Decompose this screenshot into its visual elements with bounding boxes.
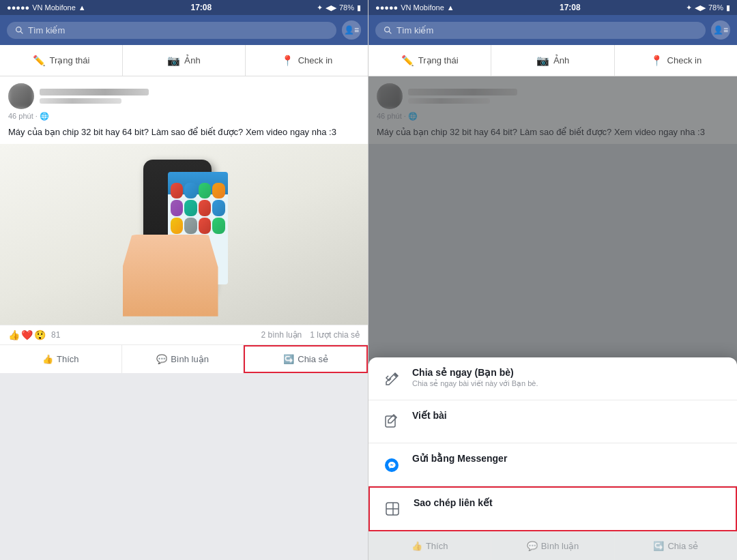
- action-anh-left[interactable]: 📷 Ảnh: [123, 45, 246, 76]
- reaction-stats: 2 bình luận 1 lượt chia sẻ: [261, 330, 360, 340]
- action-checkin-right[interactable]: 📍 Check in: [615, 45, 737, 76]
- carrier-name: VN Mobifone: [32, 3, 76, 12]
- action-trang-thai-right[interactable]: ✏️ Trạng thái: [369, 45, 491, 76]
- right-panel: ●●●●● VN Mobifone ▲ 17:08 ✦ ◀▶ 78% ▮ Tìm…: [369, 0, 737, 560]
- app-icon-10: [184, 218, 197, 234]
- post-actions-left: 👍 Thích 💬 Bình luận ↪️ Chia sẻ: [0, 344, 368, 373]
- share-now-text: Chia sẻ ngay (Bạn bè) Chia sẻ ngay bài v…: [412, 367, 725, 388]
- reaction-count: 81: [51, 330, 60, 340]
- carrier-name-right: VN Mobifone: [401, 3, 444, 12]
- svg-point-0: [16, 27, 21, 31]
- brightness-icon-right: ✦: [686, 3, 692, 12]
- post-text-left: Máy của bạn chip 32 bit hay 64 bit? Làm …: [0, 123, 368, 144]
- action-anh-label-right: Ảnh: [553, 55, 569, 65]
- edit-icon-left: ✏️: [33, 55, 46, 67]
- search-bar-right: Tìm kiếm 👤≡: [369, 15, 737, 45]
- signal-dots-right: ●●●●●: [375, 3, 398, 12]
- search-input-wrap-right[interactable]: Tìm kiếm: [375, 22, 706, 39]
- share-option-messenger[interactable]: Gửi bằng Messenger: [369, 443, 737, 486]
- reaction-left-group: 👍 ❤️ 😲 81: [8, 329, 60, 340]
- like-label-left: Thích: [57, 354, 79, 364]
- status-bar-right: ●●●●● VN Mobifone ▲ 17:08 ✦ ◀▶ 78% ▮: [369, 0, 737, 15]
- copy-link-title: Sao chép liên kết: [414, 497, 723, 508]
- app-icon-3: [199, 183, 212, 199]
- post-image-left: [0, 144, 368, 325]
- share-now-title: Chia sẻ ngay (Bạn bè): [412, 367, 725, 378]
- post-header-left: [0, 76, 368, 112]
- location-icon-right: 📍: [650, 55, 663, 67]
- post-card-left: 46 phút · 🌐 Máy của bạn chip 32 bit hay …: [0, 76, 368, 373]
- share-label-right-btn: Chia sẻ: [667, 541, 698, 551]
- time-display-left: 17:08: [190, 3, 212, 12]
- post-meta-left: [40, 89, 360, 104]
- feed-left: 46 phút · 🌐 Máy của bạn chip 32 bit hay …: [0, 76, 368, 560]
- search-placeholder-right: Tìm kiếm: [396, 25, 433, 35]
- search-input-wrap-left[interactable]: Tìm kiếm: [7, 22, 336, 39]
- messenger-icon: [381, 454, 403, 476]
- comment-label-right: Bình luận: [541, 541, 579, 551]
- status-bar-left: ●●●●● VN Mobifone ▲ 17:08 ✦ ◀▶ 78% ▮: [0, 0, 368, 15]
- like-button-left[interactable]: 👍 Thích: [0, 345, 122, 373]
- app-icon-4: [212, 183, 225, 199]
- profile-icon-right[interactable]: 👤≡: [711, 20, 730, 40]
- comment-label-left: Bình luận: [171, 354, 209, 364]
- comments-count: 2 bình luận: [261, 330, 302, 340]
- app-icon-1: [171, 183, 184, 199]
- action-trang-thai-label-right: Trạng thái: [418, 55, 459, 65]
- copy-link-text: Sao chép liên kết: [414, 497, 723, 510]
- action-trang-thai-left[interactable]: ✏️ Trạng thái: [0, 45, 123, 76]
- avatar-left: [8, 83, 34, 109]
- brightness-icon: ✦: [317, 3, 323, 12]
- action-checkin-left[interactable]: 📍 Check in: [246, 45, 368, 76]
- share-option-copy-link[interactable]: Sao chép liên kết: [369, 486, 737, 531]
- app-icon-8: [212, 200, 225, 216]
- like-emoji: 👍: [8, 329, 20, 340]
- like-label-right: Thích: [426, 541, 448, 551]
- like-icon-right: 👍: [411, 541, 422, 551]
- battery-icon: ▮: [357, 3, 361, 12]
- write-post-title: Viết bài: [412, 410, 725, 421]
- app-icon-6: [184, 200, 197, 216]
- share-button-right: ↪️ Chia sẻ: [615, 532, 737, 560]
- comment-button-left[interactable]: 💬 Bình luận: [122, 345, 244, 373]
- share-option-write[interactable]: Viết bài: [369, 400, 737, 443]
- status-right-right: ✦ ◀▶ 78% ▮: [686, 3, 730, 12]
- share-now-icon: [381, 368, 403, 390]
- time-text-left: 46 phút · 🌐: [8, 112, 49, 121]
- share-label-left: Chia sẻ: [298, 354, 328, 364]
- wifi-icon: ▲: [78, 3, 86, 12]
- comment-button-right: 💬 Bình luận: [491, 532, 614, 560]
- action-bar-left: ✏️ Trạng thái 📷 Ảnh 📍 Check in: [0, 45, 368, 76]
- share-button-left[interactable]: ↪️ Chia sẻ: [244, 345, 368, 373]
- write-post-icon: [381, 411, 403, 433]
- reaction-icons: 👍 ❤️ 😲: [8, 329, 46, 340]
- signal-arrow: ◀▶: [326, 3, 336, 12]
- app-icon-11: [199, 218, 212, 234]
- battery-percent-right: 78%: [708, 3, 723, 12]
- camera-icon-left: 📷: [167, 55, 180, 67]
- edit-icon-right: ✏️: [401, 55, 414, 67]
- post-username-left: [40, 89, 149, 95]
- comment-icon-left: 💬: [156, 354, 167, 364]
- action-anh-right[interactable]: 📷 Ảnh: [491, 45, 614, 76]
- share-popup: Chia sẻ ngay (Bạn bè) Chia sẻ ngay bài v…: [369, 357, 737, 531]
- post-time-left: 46 phút · 🌐: [0, 112, 368, 123]
- share-option-share-now[interactable]: Chia sẻ ngay (Bạn bè) Chia sẻ ngay bài v…: [369, 357, 737, 400]
- app-icon-5: [171, 200, 184, 216]
- dimmed-feed-right: 46 phút · 🌐 Máy của bạn chip 32 bit hay …: [369, 76, 737, 531]
- profile-icon-left[interactable]: 👤≡: [342, 20, 361, 40]
- status-right-left: ✦ ◀▶ 78% ▮: [317, 3, 361, 12]
- phone-background: [0, 144, 368, 325]
- camera-icon-right: 📷: [536, 55, 549, 67]
- wow-emoji: 😲: [34, 329, 46, 340]
- status-left: ●●●●● VN Mobifone ▲: [7, 3, 86, 12]
- action-checkin-label-right: Check in: [667, 55, 702, 65]
- search-icon-left: [15, 26, 24, 35]
- shares-count: 1 lượt chia sẻ: [310, 330, 360, 340]
- app-icon-2: [184, 183, 197, 199]
- profile-menu-icon-right: 👤≡: [713, 25, 728, 35]
- action-checkin-label-left: Check in: [298, 55, 333, 65]
- write-post-text: Viết bài: [412, 410, 725, 422]
- signal-arrow-right: ◀▶: [695, 3, 706, 12]
- share-now-subtitle: Chia sẻ ngay bài viết này với Bạn bè.: [412, 379, 725, 388]
